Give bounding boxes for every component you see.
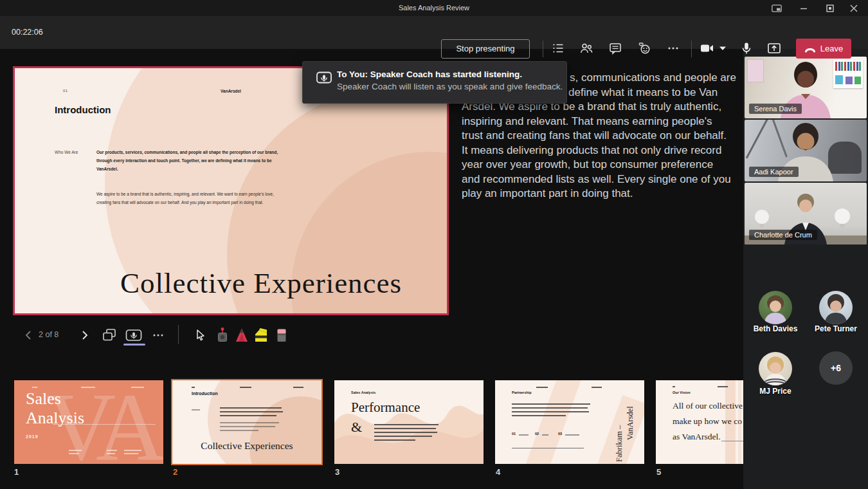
reactions-icon[interactable] xyxy=(637,41,652,56)
thumbnail-decor xyxy=(124,453,138,454)
thumbnail-decor xyxy=(536,387,548,388)
speaker-coach-toast[interactable]: To You: Speaker Coach has started listen… xyxy=(302,61,567,104)
laser-pointer-tool-icon[interactable] xyxy=(213,326,231,344)
thumbnail-decor xyxy=(374,424,439,425)
slide-paragraph: We aspire to be a brand that is authenti… xyxy=(96,190,283,207)
slide-paragraph: Our products, services, communications, … xyxy=(96,148,291,173)
window-title: Sales Analysis Review xyxy=(0,0,868,16)
presented-slide: 01 VanArsdel Introduction Who We Are Our… xyxy=(13,66,449,315)
avatar-beth-davies[interactable] xyxy=(759,291,792,324)
thumbnail-year: 2019 xyxy=(26,434,39,439)
participant-name-label: Serena Davis xyxy=(749,104,802,114)
thumbnail-decor xyxy=(220,407,282,409)
thumbnail-decor xyxy=(107,453,115,454)
toolbar-divider xyxy=(691,41,692,57)
stop-presenting-button[interactable]: Stop presenting xyxy=(441,39,530,59)
video-tile-charlotte-de-crum[interactable]: Charlotte de Crum xyxy=(745,183,867,244)
thumbnail-decor xyxy=(512,403,590,405)
thumbnail-decor xyxy=(220,430,258,431)
meeting-timer: 00:22:06 xyxy=(12,16,43,49)
leave-button[interactable]: Leave xyxy=(796,39,851,59)
leave-label: Leave xyxy=(820,44,843,53)
thumbnail-header: Sales Analysis xyxy=(351,391,375,394)
thumbnail-decor xyxy=(220,411,283,412)
slide-title: Collective Experiences xyxy=(120,266,402,300)
avatar-name-label: Pete Turner xyxy=(800,324,868,333)
slide-thumbnail-1[interactable]: VA Sales Analysis 2019 xyxy=(14,380,163,464)
thumbnail-vertical-text: VanArsdel xyxy=(626,385,635,440)
previous-slide-icon[interactable] xyxy=(19,326,37,344)
participants-panel: Serena Davis Aadi Kapoor xyxy=(743,49,868,489)
thumbnail-decor xyxy=(69,453,79,454)
notes-line: year over year growth, but top consumer … xyxy=(462,158,748,172)
speaker-coach-active-indicator xyxy=(123,344,145,346)
camera-icon[interactable] xyxy=(700,41,715,56)
thumbnail-decor xyxy=(192,387,195,388)
thumbnail-number-1: 1 xyxy=(14,467,19,477)
next-slide-icon[interactable] xyxy=(76,326,94,344)
thumbnail-number-3: 3 xyxy=(335,467,339,477)
toast-title: To You: Speaker Coach has started listen… xyxy=(337,69,522,79)
thumbnail-decor xyxy=(512,411,589,412)
avatar-mj-price[interactable] xyxy=(759,352,792,385)
camera-dropdown-icon[interactable] xyxy=(718,41,727,56)
thumbnail-decor xyxy=(107,450,117,451)
thumbnail-heading: Our Vision xyxy=(673,391,691,394)
chat-icon[interactable] xyxy=(608,41,623,56)
speaker-coach-toggle-icon[interactable] xyxy=(125,326,143,344)
thumbnail-title: Performance xyxy=(351,400,420,416)
thumbnail-decor xyxy=(69,450,82,451)
nav-divider xyxy=(178,325,179,344)
thumbnail-decor xyxy=(124,450,141,451)
thumbnail-decor xyxy=(542,434,548,436)
video-tile-aadi-kapoor[interactable]: Aadi Kapoor xyxy=(745,120,867,181)
picture-in-picture-icon[interactable] xyxy=(770,3,783,14)
minimize-icon[interactable] xyxy=(797,3,810,14)
slide-section-label: Who We Are xyxy=(55,150,78,154)
title-bar: Sales Analysis Review xyxy=(0,0,868,16)
thumbnail-text: make up how we co xyxy=(673,416,742,427)
close-icon[interactable] xyxy=(847,3,860,14)
microphone-icon[interactable] xyxy=(739,41,754,56)
thumbnail-item: 03 xyxy=(558,432,562,436)
thumbnail-decor xyxy=(240,387,251,388)
hangup-icon xyxy=(804,44,816,53)
overflow-participants-badge[interactable]: +6 xyxy=(819,351,853,385)
agenda-icon[interactable] xyxy=(550,41,566,56)
thumbnail-decor xyxy=(565,434,579,436)
thumbnail-number-5: 5 xyxy=(656,467,661,477)
eraser-tool-icon[interactable] xyxy=(273,326,291,344)
slide-thumbnail-4[interactable]: Partnership 01 02 03 Fabrikam – VanArsde… xyxy=(495,380,644,464)
slide-thumbnail-2-selected[interactable]: Introduction Collective Experiences xyxy=(171,379,323,465)
slide-more-icon[interactable] xyxy=(149,326,167,344)
pointer-tool-icon[interactable] xyxy=(192,326,210,344)
thumbnail-decor xyxy=(374,439,415,441)
thumbnail-decor xyxy=(512,415,566,416)
share-screen-icon[interactable] xyxy=(766,41,782,56)
thumbnail-decor xyxy=(718,386,728,387)
red-pen-tool-icon[interactable] xyxy=(233,326,251,344)
more-icon[interactable] xyxy=(665,41,681,56)
avatar-pete-turner[interactable] xyxy=(819,291,853,324)
meeting-window: Sales Analysis Review 00:22:06 Stop pres… xyxy=(0,0,868,489)
slides-grid-icon[interactable] xyxy=(100,326,118,344)
slide-thumbnail-3[interactable]: Sales Analysis Performance & xyxy=(334,380,484,464)
notes-line: It means delivering products that not on… xyxy=(462,143,748,158)
maximize-icon[interactable] xyxy=(824,3,836,14)
slide-position: 2 of 8 xyxy=(39,330,59,339)
people-icon[interactable] xyxy=(579,41,594,56)
participant-name-label: Aadi Kapoor xyxy=(749,167,799,177)
participant-name-label: Charlotte de Crum xyxy=(749,230,817,240)
thumbnail-decor xyxy=(374,432,437,433)
slide-heading: Introduction xyxy=(55,104,111,115)
thumbnail-number-2: 2 xyxy=(173,467,177,477)
thumbnail-heading: Partnership xyxy=(512,391,532,394)
thumbnail-decor xyxy=(220,415,276,416)
yellow-highlighter-tool-icon[interactable] xyxy=(252,326,270,344)
video-tile-serena-davis[interactable]: Serena Davis xyxy=(745,57,867,118)
notes-line: and recommended lists as well. Every sin… xyxy=(462,172,748,187)
thumbnail-text: as VanArsdel. xyxy=(673,432,721,442)
thumbnail-title: Collective Experiences xyxy=(172,440,321,452)
thumbnail-text: All of our collective xyxy=(673,401,743,411)
thumbnail-heading: Introduction xyxy=(192,391,218,396)
